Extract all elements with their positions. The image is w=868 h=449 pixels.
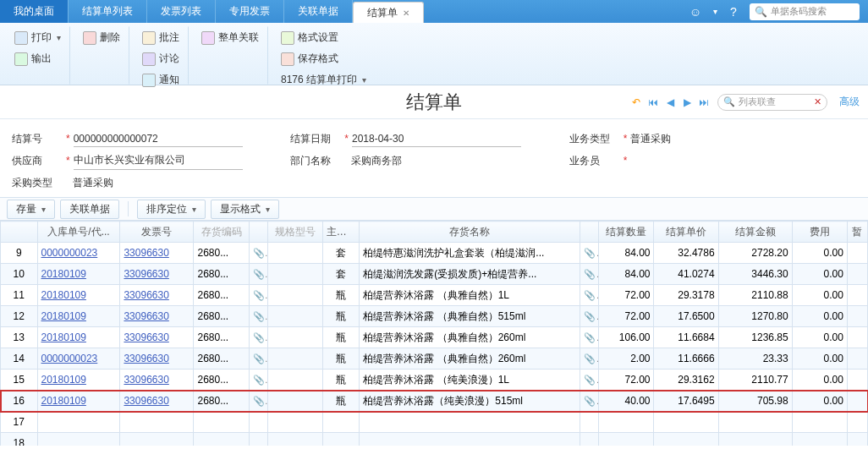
invoice-no-link[interactable]: 33096630: [120, 370, 194, 391]
table-row[interactable]: 1220180109330966302680...📎瓶柏缇营养沐浴露 （典雅自然…: [1, 306, 868, 327]
invoice-no-link[interactable]: 33096630: [120, 264, 194, 285]
biz-type-field[interactable]: 普通采购: [630, 130, 799, 148]
warehouse-no-link[interactable]: 0000000023: [37, 243, 120, 264]
relate-button[interactable]: 整单关联: [198, 29, 262, 47]
tab-1[interactable]: 结算单列表: [69, 0, 147, 23]
stock-button[interactable]: 存量▾: [7, 200, 55, 219]
col-stub[interactable]: 暂: [847, 222, 867, 243]
col-qty[interactable]: 结算数量: [599, 222, 654, 243]
advanced-link[interactable]: 高级: [839, 95, 860, 109]
table-row[interactable]: 1120180109330966302680...📎瓶柏缇营养沐浴露 （典雅自然…: [1, 285, 868, 306]
col-spec[interactable]: 规格型号: [267, 222, 322, 243]
note-button[interactable]: 批注: [139, 29, 183, 47]
table-row[interactable]: 140000000023330966302680...📎瓶柏缇营养沐浴露 （典雅…: [1, 348, 868, 370]
clip-icon: 📎: [580, 370, 599, 391]
amount: 2110.88: [718, 285, 792, 306]
spec: [267, 412, 322, 433]
col-uom[interactable]: 主计量: [322, 222, 360, 243]
amount: 1236.85: [718, 327, 792, 348]
uom: [322, 433, 360, 446]
help-icon[interactable]: ?: [726, 4, 741, 19]
invoice-no-link[interactable]: 33096630: [120, 285, 194, 306]
save-format-button[interactable]: 保存格式: [277, 50, 370, 68]
stub: [847, 327, 867, 348]
table-row[interactable]: 1320180109330966302680...📎瓶柏缇营养沐浴露 （典雅自然…: [1, 327, 868, 348]
discuss-button[interactable]: 讨论: [139, 50, 183, 68]
invoice-no-link[interactable]: 33096630: [120, 306, 194, 327]
stub: [847, 412, 867, 433]
clip-icon: [249, 433, 267, 446]
table-row[interactable]: 90000000023330966302680...📎套柏缇特惠滋润洗护礼盒套装…: [1, 243, 868, 264]
list-lookup[interactable]: 🔍 列表联查 ✕: [717, 94, 827, 111]
table-row[interactable]: 1620180109330966302680...📎瓶柏缇营养沐浴露（纯美浪漫）…: [1, 391, 868, 412]
format-button[interactable]: 格式设置: [277, 29, 370, 47]
user-icon[interactable]: ☺: [688, 4, 703, 19]
next-button[interactable]: ▶: [680, 96, 694, 109]
undo-button[interactable]: ↶: [629, 96, 643, 109]
delete-button[interactable]: 删除: [80, 29, 124, 47]
warehouse-no-link[interactable]: 20180109: [37, 264, 120, 285]
col-amount[interactable]: 结算金额: [718, 222, 792, 243]
qty: 72.00: [599, 306, 654, 327]
table-row[interactable]: 18: [1, 433, 868, 446]
fee: 0.00: [792, 348, 847, 370]
price: 29.3162: [654, 370, 718, 391]
col-price[interactable]: 结算单价: [654, 222, 718, 243]
warehouse-no-link[interactable]: 20180109: [37, 391, 120, 412]
settle-no-field[interactable]: 000000000000072: [74, 131, 243, 147]
table-row[interactable]: 1520180109330966302680...📎瓶柏缇营养沐浴露 （纯美浪漫…: [1, 370, 868, 391]
tab-bar-right: ☺▾ ? 🔍 单据条码搜索: [688, 0, 868, 23]
warehouse-no-link: [37, 433, 120, 446]
stub: [847, 264, 867, 285]
stub: [847, 370, 867, 391]
col-stock-name[interactable]: 存货名称: [360, 222, 580, 243]
amount: 705.98: [718, 391, 792, 412]
close-icon[interactable]: ✕: [403, 8, 409, 18]
tab-4[interactable]: 关联单据: [284, 0, 353, 23]
tab-2[interactable]: 发票列表: [147, 0, 216, 23]
warehouse-no-link[interactable]: 20180109: [37, 306, 120, 327]
display-format-button[interactable]: 显示格式▾: [211, 200, 279, 219]
invoice-no-link[interactable]: 33096630: [120, 348, 194, 370]
col-fee[interactable]: 费用: [792, 222, 847, 243]
first-button[interactable]: ⏮: [646, 96, 660, 109]
warehouse-no-link[interactable]: 20180109: [37, 285, 120, 306]
supplier-field[interactable]: 中山市长兴实业有限公司: [74, 151, 243, 170]
settle-date-field[interactable]: 2018-04-30: [352, 131, 521, 147]
col-warehouse-no[interactable]: 入库单号/代...: [37, 222, 120, 243]
qty: [599, 412, 654, 433]
warehouse-no-link[interactable]: 0000000023: [37, 348, 120, 370]
dept-field[interactable]: 采购商务部: [351, 152, 520, 170]
invoice-no-link[interactable]: 33096630: [120, 327, 194, 348]
col-stock-code[interactable]: 存货编码: [194, 222, 249, 243]
grid[interactable]: 入库单号/代... 发票号 存货编码 规格型号 主计量 存货名称 结算数量 结算…: [0, 221, 868, 446]
sort-button[interactable]: 排序定位▾: [137, 200, 206, 219]
last-button[interactable]: ⏭: [697, 96, 711, 109]
clip-icon: 📎: [580, 327, 599, 348]
tab-5[interactable]: 结算单✕: [353, 2, 424, 23]
clear-icon[interactable]: ✕: [814, 96, 821, 107]
stock-name: 柏缇特惠滋润洗护礼盒套装（柏缇滋润...: [360, 243, 580, 264]
biz-person-field[interactable]: [630, 159, 799, 162]
table-row[interactable]: 17: [1, 412, 868, 433]
row-index: 17: [1, 412, 38, 433]
price: 32.4786: [654, 243, 718, 264]
tab-bar: 我的桌面结算单列表发票列表专用发票关联单据结算单✕ ☺▾ ? 🔍 单据条码搜索: [0, 0, 868, 23]
amount: [718, 412, 792, 433]
row-index: 9: [1, 243, 38, 264]
table-row[interactable]: 1020180109330966302680...📎套柏缇滋润洗发露(受损发质)…: [1, 264, 868, 285]
tab-3[interactable]: 专用发票: [216, 0, 284, 23]
price: 17.6500: [654, 306, 718, 327]
export-button[interactable]: 输出: [11, 50, 64, 68]
rel-doc-button[interactable]: 关联单据: [60, 200, 119, 219]
tab-0[interactable]: 我的桌面: [0, 0, 69, 23]
col-invoice-no[interactable]: 发票号: [120, 222, 194, 243]
prev-button[interactable]: ◀: [663, 96, 677, 109]
purchase-type-field[interactable]: 普通采购: [73, 174, 242, 192]
global-search[interactable]: 🔍 单据条码搜索: [750, 3, 860, 20]
invoice-no-link[interactable]: 33096630: [120, 391, 194, 412]
warehouse-no-link[interactable]: 20180109: [37, 327, 120, 348]
print-button[interactable]: 打印▾: [11, 29, 64, 47]
warehouse-no-link[interactable]: 20180109: [37, 370, 120, 391]
invoice-no-link[interactable]: 33096630: [120, 243, 194, 264]
